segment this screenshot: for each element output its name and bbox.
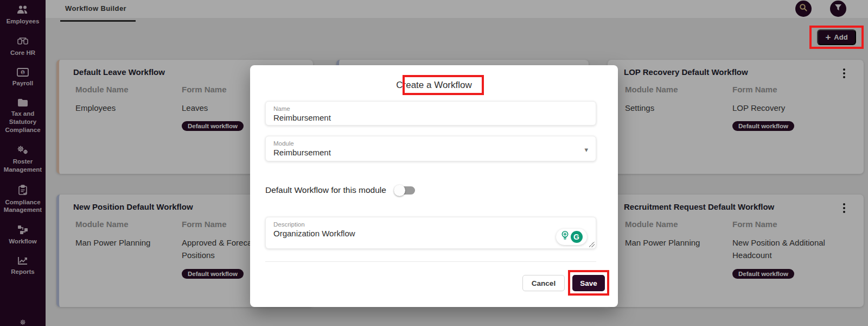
chevron-down-icon: ▾ — [584, 146, 588, 154]
workflow-builder-screen: Employees Core HR $ Payroll — [0, 0, 868, 326]
name-field-label: Name — [273, 105, 588, 112]
grammarly-g-icon: G — [571, 231, 583, 243]
save-button[interactable]: Save — [572, 275, 605, 291]
create-workflow-modal: Create a Workflow Name Reimbursement Mod… — [250, 65, 618, 307]
toggle-thumb — [394, 185, 405, 196]
description-field[interactable]: Description Organization Workflow G — [265, 217, 596, 249]
module-select-label: Module — [273, 140, 588, 147]
module-select[interactable]: Module Reimbursement ▾ — [265, 136, 596, 161]
name-field[interactable]: Name Reimbursement — [265, 101, 596, 126]
grammarly-bulb-icon — [561, 230, 569, 243]
grammarly-widget[interactable]: G — [556, 229, 587, 245]
modal-title: Create a Workflow — [250, 80, 618, 91]
textarea-resize-handle[interactable] — [589, 242, 595, 247]
cancel-button[interactable]: Cancel — [522, 275, 565, 291]
description-field-label: Description — [273, 221, 588, 228]
modal-divider — [265, 261, 596, 262]
name-field-value: Reimbursement — [273, 113, 588, 122]
default-workflow-toggle[interactable] — [396, 186, 415, 195]
module-select-value: Reimbursement — [273, 148, 588, 157]
description-field-value: Organization Workflow — [273, 229, 588, 238]
toggle-label: Default Workflow for this module — [265, 185, 386, 195]
default-workflow-toggle-row: Default Workflow for this module — [265, 185, 415, 195]
